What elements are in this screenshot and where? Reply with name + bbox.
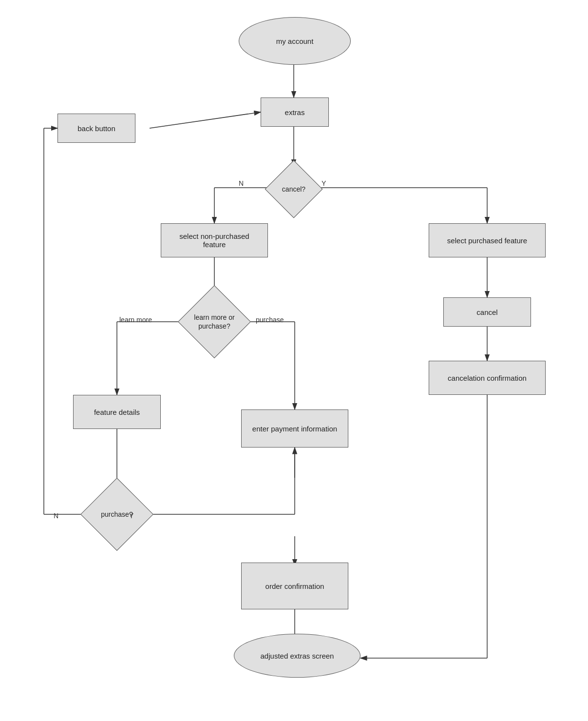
extras-node: extras — [261, 97, 329, 127]
enter-payment-node: enter payment information — [241, 409, 348, 448]
feature-details-node: feature details — [73, 395, 161, 429]
my-account-node: my account — [239, 17, 351, 65]
select-purchased-node: select purchased feature — [429, 223, 546, 257]
cancel-box-node: cancel — [443, 297, 531, 327]
flowchart-diagram: my account extras back button cancel? N … — [0, 0, 588, 721]
learn-more-label: learn more — [119, 316, 152, 324]
purchase-label: purchase — [256, 316, 284, 324]
cancel-diamond-node: cancel? — [265, 160, 323, 218]
cancel-n-label: N — [239, 179, 244, 187]
select-non-purchased-node: select non-purchased feature — [161, 223, 268, 257]
purchase-diamond-node: purchase? — [63, 478, 171, 551]
learn-more-purchase-diamond: learn more or purchase? — [161, 285, 268, 358]
cancelation-confirmation-node: cancelation confirmation — [429, 361, 546, 395]
cancel-y-label: Y — [322, 179, 326, 187]
purchase-n-label: N — [54, 512, 58, 520]
adjusted-extras-node: adjusted extras screen — [234, 634, 360, 678]
order-confirmation-node: order confirmation — [241, 563, 348, 609]
back-button-node: back button — [57, 114, 135, 143]
purchase-y-label: Y — [129, 512, 133, 520]
svg-line-25 — [150, 112, 261, 128]
